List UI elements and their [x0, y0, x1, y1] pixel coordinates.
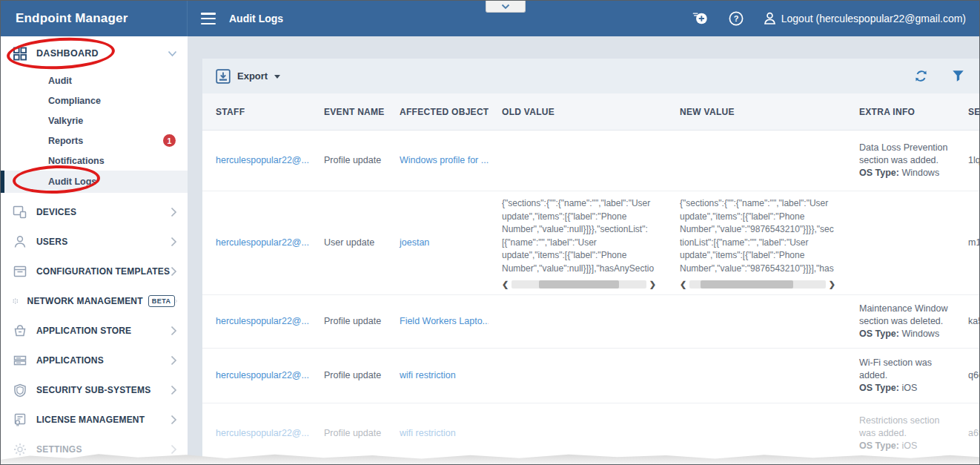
brand-area: Endpoint Manager — [1, 1, 188, 36]
chevron-right-icon — [170, 207, 177, 217]
sidebar-item-security-sub-systems[interactable]: SECURITY SUB-SYSTEMS — [1, 375, 188, 405]
new-value-scrollbar[interactable]: ❮ ❯ — [680, 280, 835, 289]
application-store-icon — [13, 324, 27, 337]
export-download-icon — [216, 69, 231, 84]
sidebar-item-dashboard[interactable]: DASHBOARD — [1, 36, 188, 70]
event-name-cell: User update — [311, 229, 386, 257]
export-dropdown-caret — [274, 75, 280, 79]
devices-icon — [13, 205, 27, 219]
affected-object-cell[interactable]: wifi restriction — [386, 420, 489, 447]
extra-info-text: Wi-Fi section was added. — [859, 357, 932, 380]
affected-object-cell[interactable]: Field Workers Lapto... — [386, 308, 489, 335]
subitem-label: Audit Logs — [48, 177, 96, 187]
sidebar-item-application-store[interactable]: APPLICATION STORE — [1, 316, 188, 346]
audit-logs-panel: Export S — [202, 59, 980, 464]
staff-cell[interactable]: herculespopular22@... — [202, 308, 311, 335]
network-management-icon — [13, 294, 19, 308]
navitem-label: USERS — [36, 237, 67, 247]
chevron-right-icon — [170, 415, 177, 425]
session-cell: a6t — [955, 420, 980, 447]
navitem-label: CONFIGURATION TEMPLATES — [36, 266, 170, 277]
column-header-event-name[interactable]: EVENT NAME — [311, 107, 386, 117]
topbar-collapse-handle[interactable] — [486, 1, 526, 13]
affected-object-cell[interactable]: Windows profile for ... — [386, 147, 489, 174]
subitem-label: Audit — [48, 76, 72, 86]
extra-info-text: Maintenance Window section was deleted. — [859, 303, 948, 326]
sidebar-item-valkyrie[interactable]: Valkyrie — [1, 111, 188, 131]
scroll-right-arrow[interactable]: ❯ — [649, 280, 656, 288]
sidebar-item-reports[interactable]: Reports 1 — [1, 131, 188, 151]
column-header-staff[interactable]: STAFF — [202, 107, 311, 117]
dashboard-grid-icon — [13, 47, 27, 61]
scroll-right-arrow[interactable]: ❯ — [829, 280, 835, 288]
column-header-session[interactable]: SES — [955, 107, 980, 117]
new-value-json: {"sections":{"":{"name":"","label":"User… — [680, 197, 835, 276]
table-row: herculespopular22@... Profile update Win… — [202, 131, 980, 191]
scroll-left-arrow[interactable]: ❮ — [502, 280, 509, 288]
navitem-label: APPLICATIONS — [36, 355, 104, 366]
event-name-cell: Profile update — [311, 147, 386, 174]
sidebar-item-network-management[interactable]: NETWORK MANAGEMENT BETA — [1, 286, 188, 316]
scrollbar-track[interactable] — [689, 280, 826, 288]
shield-icon — [13, 383, 27, 398]
sidebar-item-devices[interactable]: DEVICES — [1, 197, 188, 227]
column-header-extra-info[interactable]: EXTRA INFO — [846, 107, 955, 117]
new-value-cell — [666, 154, 846, 168]
chevron-right-icon — [170, 385, 177, 395]
beta-badge: BETA — [148, 295, 175, 307]
navitem-label: SETTINGS — [36, 444, 82, 455]
table-header-row: STAFF EVENT NAME AFFECTED OBJECT OLD VAL… — [202, 93, 980, 131]
sidebar-item-compliance[interactable]: Compliance — [1, 90, 188, 111]
staff-cell[interactable]: herculespopular22@... — [202, 147, 311, 174]
affected-object-cell[interactable]: joestan — [386, 229, 489, 257]
old-value-cell: {"sections":{"":{"name":"","label":"User… — [489, 191, 666, 294]
chevron-right-icon — [175, 296, 177, 306]
event-name-cell: Profile update — [311, 362, 386, 389]
top-bar-main: Audit Logs ? — [188, 1, 979, 36]
page-title: Audit Logs — [229, 13, 283, 24]
table-row: herculespopular22@... Profile update Fie… — [202, 295, 980, 349]
chevron-right-icon — [170, 444, 177, 455]
column-header-old-value[interactable]: OLD VALUE — [489, 107, 666, 117]
chevron-right-icon — [170, 237, 177, 247]
filter-icon[interactable] — [952, 70, 964, 82]
sidebar-item-configuration-templates[interactable]: CONFIGURATION TEMPLATES — [1, 257, 188, 286]
sidebar-item-users[interactable]: USERS — [1, 227, 188, 257]
help-icon[interactable]: ? — [728, 10, 744, 27]
staff-cell[interactable]: herculespopular22@... — [202, 229, 311, 257]
scrollbar-thumb[interactable] — [701, 280, 793, 288]
logout-button[interactable]: Logout (herculespopular22@gmail.com) — [764, 12, 966, 25]
hamburger-menu-icon[interactable] — [201, 13, 216, 24]
sidebar-item-license-management[interactable]: LICENSE MANAGEMENT — [1, 405, 188, 435]
toolbar-right-icons — [914, 69, 964, 83]
old-value-scrollbar[interactable]: ❮ ❯ — [502, 280, 656, 289]
affected-object-cell[interactable]: wifi restriction — [386, 362, 489, 389]
endpoint-manager-window: Endpoint Manager Audit Logs ? — [0, 0, 980, 465]
gear-icon — [13, 443, 27, 456]
staff-cell[interactable]: herculespopular22@... — [202, 420, 311, 447]
os-type-value: iOS — [901, 441, 917, 451]
scrollbar-track[interactable] — [511, 280, 646, 288]
sidebar-item-audit[interactable]: Audit — [1, 70, 188, 90]
sidebar-item-audit-logs[interactable]: Audit Logs — [1, 171, 188, 193]
refresh-icon[interactable] — [914, 69, 928, 83]
os-type-value: Windows — [901, 329, 939, 339]
event-name-cell: Profile update — [311, 420, 386, 447]
os-type-label: OS Type: — [859, 441, 899, 451]
sidebar-item-applications[interactable]: APPLICATIONS — [1, 346, 188, 375]
sidebar: DASHBOARD Audit Compliance Valkyrie Repo… — [1, 36, 188, 464]
user-icon — [764, 12, 776, 25]
column-header-new-value[interactable]: NEW VALUE — [666, 107, 846, 117]
staff-cell[interactable]: herculespopular22@... — [202, 362, 311, 389]
configuration-templates-icon — [13, 265, 27, 278]
session-cell: 1lq — [955, 147, 980, 174]
scrollbar-thumb[interactable] — [539, 280, 620, 288]
reports-count-badge: 1 — [163, 134, 176, 147]
export-button[interactable]: Export — [216, 69, 280, 84]
quick-add-icon[interactable] — [692, 10, 709, 27]
old-value-json: {"sections":{"":{"name":"","label":"User… — [502, 197, 656, 276]
column-header-affected-object[interactable]: AFFECTED OBJECT — [386, 107, 489, 117]
scroll-left-arrow[interactable]: ❮ — [680, 280, 686, 288]
os-type-label: OS Type: — [859, 329, 899, 339]
sidebar-item-notifications[interactable]: Notifications — [1, 151, 188, 171]
